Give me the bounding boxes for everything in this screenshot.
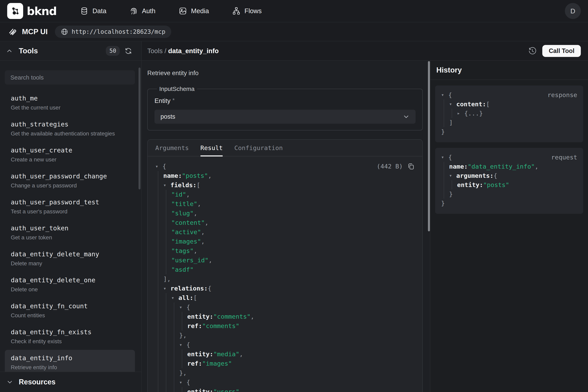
collapse-arrow-icon[interactable]: ▾ — [441, 153, 448, 162]
collapse-arrow-icon[interactable]: ▾ — [179, 340, 187, 350]
collapse-arrow-icon[interactable]: ▾ — [449, 171, 456, 180]
indent-guide — [155, 378, 163, 387]
resources-section-header[interactable]: Resources — [0, 372, 141, 392]
json-line: name: "data_entity_info", — [441, 162, 577, 171]
json-line-meta: response — [548, 90, 577, 100]
json-line: ], — [155, 274, 415, 284]
json-punctuation: ], — [163, 274, 171, 284]
chevron-up-icon[interactable] — [6, 48, 12, 54]
nav-item-auth[interactable]: Auth — [130, 7, 156, 15]
collapse-arrow-icon[interactable]: ▾ — [163, 180, 171, 190]
json-punctuation: { — [494, 171, 497, 180]
avatar[interactable]: D — [565, 3, 581, 19]
sidebar-item-auth_user_create[interactable]: auth_user_createCreate a new user — [5, 142, 135, 167]
indent-guide — [163, 368, 171, 378]
json-line: }, — [155, 331, 415, 340]
json-line-meta: request — [551, 153, 577, 162]
main-scrollbar[interactable] — [428, 61, 430, 231]
content-row: Tools 50 auth_meGet the current userauth… — [0, 41, 588, 392]
json-string: "posts" — [483, 180, 509, 190]
indent-guide — [171, 312, 179, 321]
history-card-response[interactable]: ▾{response▾content: [▸{...}]} — [435, 86, 583, 142]
sidebar-item-auth_strategies[interactable]: auth_strategiesGet the available authent… — [5, 116, 135, 141]
brand-logo[interactable]: bknd — [7, 3, 56, 19]
nav-item-data[interactable]: Data — [80, 7, 106, 15]
tool-description: Check if entity exists — [11, 338, 129, 345]
json-line: entity: "media", — [155, 350, 415, 359]
history-entry-label: response — [548, 90, 577, 100]
tool-description: Retrieve entity info — [147, 70, 423, 77]
indent-guide — [171, 359, 179, 368]
json-punctuation: [ — [486, 100, 490, 109]
sidebar-item-data_entity_info[interactable]: data_entity_infoRetrieve entity info — [5, 350, 135, 372]
indent-guide — [155, 350, 163, 359]
collapse-arrow-icon[interactable]: ▾ — [163, 284, 171, 293]
json-punctuation: , — [205, 218, 208, 227]
collapse-arrow-icon[interactable]: ▾ — [171, 293, 179, 302]
indent-guide — [441, 162, 449, 171]
tool-name: auth_user_create — [11, 146, 129, 154]
page-title: MCP UI — [22, 28, 48, 36]
history-clock-icon[interactable] — [528, 46, 537, 55]
sidebar-item-data_entity_fn_count[interactable]: data_entity_fn_countCount entities — [5, 298, 135, 323]
indent-guide — [441, 180, 449, 190]
collapse-arrow-icon[interactable]: ▾ — [179, 378, 187, 387]
json-line: entity: "comments", — [155, 312, 415, 321]
indent-guide — [441, 190, 449, 198]
mcp-url-chip[interactable]: http://localhost:28623/mcp — [55, 26, 172, 38]
json-line: "active", — [155, 227, 415, 237]
indent-guide — [441, 171, 449, 180]
indent-guide — [155, 340, 163, 350]
json-punctuation: } — [449, 190, 453, 198]
entity-select[interactable]: posts — [155, 110, 415, 124]
sidebar-item-auth_user_password_test[interactable]: auth_user_password_testTest a user's pas… — [5, 194, 135, 219]
indent-guide — [155, 256, 163, 265]
indent-guide — [155, 368, 163, 378]
nav-item-flows[interactable]: Flows — [232, 7, 262, 15]
copy-icon[interactable] — [407, 163, 415, 170]
sidebar-item-auth_user_token[interactable]: auth_user_tokenGet a user token — [5, 220, 135, 245]
expand-arrow-icon[interactable]: ▸ — [457, 109, 464, 118]
nav-item-media[interactable]: Media — [179, 7, 209, 15]
json-punctuation: }, — [179, 331, 187, 340]
sidebar-scrollbar[interactable] — [139, 68, 141, 190]
sidebar-item-auth_user_password_change[interactable]: auth_user_password_changeChange a user's… — [5, 168, 135, 193]
json-line: ▸{...} — [441, 109, 577, 118]
json-line: } — [441, 127, 577, 136]
tab-arguments[interactable]: Arguments — [155, 140, 189, 156]
indent-guide — [163, 321, 171, 331]
call-tool-button[interactable]: Call Tool — [542, 45, 581, 57]
sidebar-item-auth_me[interactable]: auth_meGet the current user — [5, 90, 135, 115]
tool-name: data_entity_info — [11, 354, 129, 362]
sidebar-item-data_entity_delete_one[interactable]: data_entity_delete_oneDelete one — [5, 272, 135, 297]
tab-result[interactable]: Result — [200, 140, 223, 156]
json-punctuation: , — [208, 256, 212, 265]
collapse-arrow-icon[interactable]: ▾ — [441, 90, 448, 100]
resources-title: Resources — [19, 378, 55, 386]
search-input[interactable] — [5, 70, 135, 84]
collapse-arrow-icon[interactable]: ▾ — [179, 302, 187, 312]
tool-name: auth_me — [11, 94, 129, 102]
refresh-icon[interactable] — [125, 47, 132, 55]
history-card-request[interactable]: ▾{requestname: "data_entity_info",▾argum… — [435, 148, 583, 214]
mcp-subheader: MCP UI http://localhost:28623/mcp — [0, 22, 588, 41]
globe-icon — [61, 28, 68, 35]
json-key: name: — [163, 171, 182, 180]
breadcrumb-root[interactable]: Tools — [147, 47, 163, 54]
database-icon — [80, 7, 88, 15]
result-json-tree: ▾{(442 B)name: "posts",▾fields: ["id","t… — [148, 156, 422, 392]
collapse-arrow-icon[interactable]: ▾ — [449, 100, 456, 109]
collapse-arrow-icon[interactable]: ▾ — [155, 162, 163, 171]
sidebar-item-data_entity_fn_exists[interactable]: data_entity_fn_existsCheck if entity exi… — [5, 324, 135, 349]
json-line: ▾relations: { — [155, 284, 415, 293]
nav-item-label: Auth — [142, 7, 156, 15]
tab-configuration[interactable]: Configuration — [234, 140, 283, 156]
json-line: ▾content: [ — [441, 100, 577, 109]
sidebar-item-data_entity_delete_many[interactable]: data_entity_delete_manyDelete many — [5, 246, 135, 271]
json-punctuation: ] — [449, 118, 453, 127]
indent-guide — [155, 302, 163, 312]
json-line: } — [441, 190, 577, 198]
json-punctuation: , — [186, 190, 190, 199]
json-key: entity: — [457, 180, 483, 190]
tool-name: data_entity_fn_exists — [11, 328, 129, 336]
